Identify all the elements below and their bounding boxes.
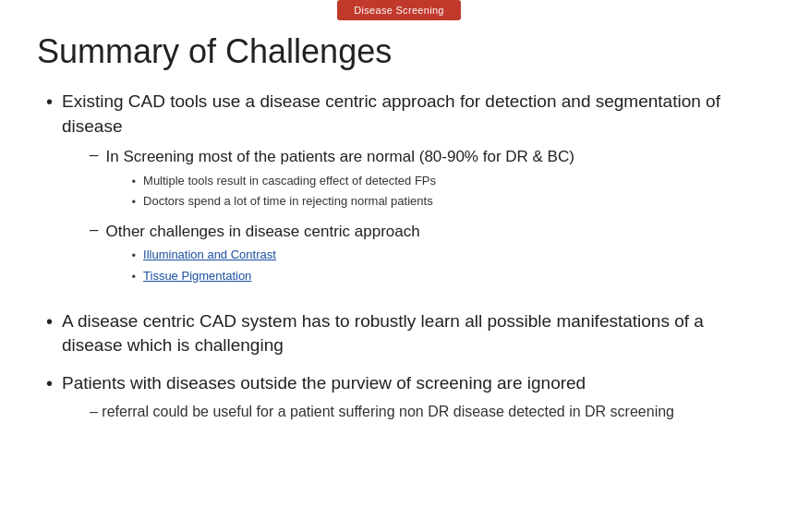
bullet-1-text: Existing CAD tools use a disease centric… (62, 91, 720, 136)
bullet-1: • Existing CAD tools use a disease centr… (46, 90, 761, 296)
sub-bullet-text-1-2: Doctors spend a lot of time in rejecting… (143, 193, 433, 210)
sub-bullet-2-2: • Tissue Pigmentation (131, 268, 419, 284)
sub-sub-items-1: • Multiple tools result in cascading eff… (131, 173, 574, 210)
dash-item-2: – Other challenges in disease centric ap… (90, 221, 761, 289)
sub-bullet-1-1: • Multiple tools result in cascading eff… (131, 173, 574, 189)
bullet-2-text: A disease centric CAD system has to robu… (62, 309, 761, 358)
tag-bar: Disease Screening (37, 0, 761, 20)
sub-bullet-2-1: • Illumination and Contrast (131, 247, 419, 263)
dash-2-text: Other challenges in disease centric appr… (105, 223, 419, 240)
bullet-1-content: Existing CAD tools use a disease centric… (62, 90, 761, 296)
referral-dash-text: referral could be useful for a patient s… (102, 404, 674, 419)
bullet-3-content: Patients with diseases outside the purvi… (62, 371, 674, 422)
sub-bullet-text-1-1: Multiple tools result in cascading effec… (143, 173, 436, 189)
sub-sub-items-2: • Illumination and Contrast • Tissue Pig… (131, 247, 419, 284)
sub-items-1: – In Screening most of the patients are … (90, 146, 761, 288)
sub-bullet-1-2: • Doctors spend a lot of time in rejecti… (131, 193, 574, 210)
disease-screening-tag: Disease Screening (337, 0, 460, 20)
bullet-3: • Patients with diseases outside the pur… (46, 371, 761, 422)
sub-bullet-dot-1-2: • (131, 195, 136, 209)
referral-text: – referral could be useful for a patient… (90, 404, 674, 419)
dash-icon-1: – (90, 146, 98, 164)
dash-1-text: In Screening most of the patients are no… (105, 148, 574, 165)
bullet-dot-2: • (46, 311, 53, 332)
content-area: • Existing CAD tools use a disease centr… (37, 90, 761, 422)
bullet-3-text: Patients with diseases outside the purvi… (62, 373, 586, 393)
referral-dash: – referral could be useful for a patient… (90, 402, 674, 422)
dash-icon-2: – (90, 221, 98, 239)
sub-bullet-link-2-2[interactable]: Tissue Pigmentation (143, 268, 251, 284)
bullet-dot-1: • (46, 91, 53, 113)
sub-bullet-dot-2-1: • (131, 248, 136, 262)
sub-bullet-dot-2-2: • (131, 270, 136, 284)
sub-bullet-dot-1-1: • (131, 175, 136, 188)
dash-item-1: – In Screening most of the patients are … (90, 146, 761, 214)
bullet-dot-3: • (46, 373, 53, 394)
slide-container: Disease Screening Summary of Challenges … (0, 0, 798, 532)
sub-bullet-link-2-1[interactable]: Illumination and Contrast (143, 247, 276, 263)
dash-1-content: In Screening most of the patients are no… (105, 146, 574, 214)
bullet-2: • A disease centric CAD system has to ro… (46, 309, 761, 358)
dash-2-content: Other challenges in disease centric appr… (105, 221, 419, 289)
slide-title: Summary of Challenges (37, 31, 761, 71)
